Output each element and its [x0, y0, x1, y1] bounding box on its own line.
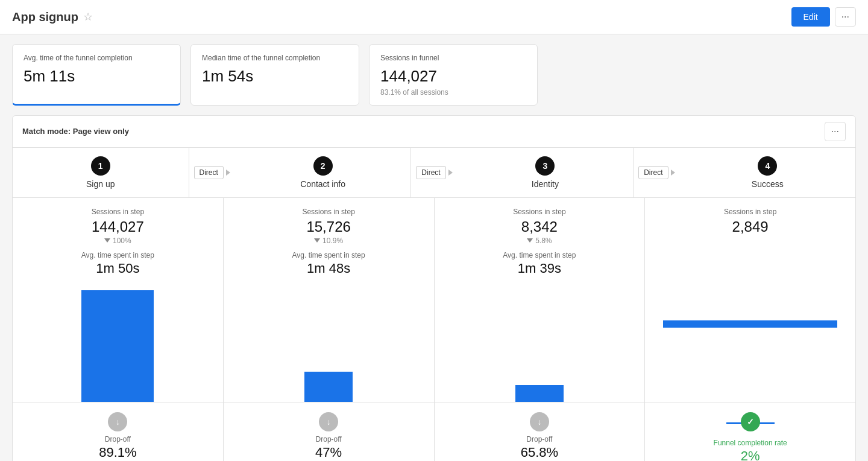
pct-value-1: 100%	[113, 237, 131, 245]
more-options-button[interactable]: ···	[835, 7, 856, 27]
sessions-label-3: Sessions in step	[441, 208, 639, 216]
sessions-label-2: Sessions in step	[230, 208, 428, 216]
sessions-sub: 83.1% of all sessions	[380, 88, 526, 97]
connector-3-label: Direct	[638, 166, 668, 179]
dropoff-value-1: 89.1%	[19, 445, 217, 460]
pct-1: 100%	[19, 237, 217, 245]
completion-label: Funnel completion rate	[651, 439, 849, 447]
page-title: App signup	[12, 10, 78, 24]
completion-check-icon: ✓	[741, 412, 760, 431]
bar-area-1	[13, 281, 223, 402]
pct-2: 10.9%	[230, 237, 428, 245]
checkmark-icon: ✓	[747, 417, 754, 427]
avg-time-label: Avg. time of the funnel completion	[24, 53, 169, 63]
funnel-data-row: Sessions in step 144,027 100% Avg. time …	[13, 198, 855, 402]
funnel-more-button[interactable]: ···	[825, 122, 846, 141]
dropoff-label-3: Drop-off	[441, 435, 639, 444]
down-arrow-icon-3: ↓	[537, 417, 541, 427]
favorite-icon[interactable]: ☆	[83, 10, 93, 24]
time-value-2: 1m 48s	[230, 261, 428, 276]
connector-3-area: Direct	[634, 148, 679, 197]
connector-3-arrow	[671, 170, 675, 176]
connector-2: Direct	[416, 166, 452, 179]
sessions-value-1: 144,027	[19, 218, 217, 235]
bar-area-4	[645, 240, 855, 402]
dropoff-col-4: ✓ Funnel completion rate 2% 2,849	[645, 402, 855, 461]
step-stats-3: Sessions in step 8,342 5.8% Avg. time sp…	[435, 198, 645, 281]
header-right: Edit ···	[791, 7, 856, 27]
connector-2-label: Direct	[416, 166, 445, 179]
step-badge-2: 2	[313, 156, 333, 176]
dropoff-col-1: ↓ Drop-off 89.1% 128,301	[13, 402, 224, 461]
dropoff-icon-3: ↓	[530, 412, 549, 431]
median-time-card: Median time of the funnel completion 1m …	[190, 44, 359, 106]
bar-1	[81, 290, 154, 402]
pct-value-2: 10.9%	[322, 237, 343, 245]
median-time-value: 1m 54s	[202, 67, 348, 86]
step-col-3: Sessions in step 8,342 5.8% Avg. time sp…	[435, 198, 646, 402]
time-value-1: 1m 50s	[19, 261, 217, 276]
connector-1-arrow	[226, 170, 230, 176]
connector-3: Direct	[638, 166, 675, 179]
sessions-card: Sessions in funnel 144,027 83.1% of all …	[369, 44, 538, 106]
step-header-2: 2 Contact info	[235, 148, 412, 197]
bar-area-3	[435, 281, 645, 402]
median-time-label: Median time of the funnel completion	[202, 53, 348, 63]
step-col-1: Sessions in step 144,027 100% Avg. time …	[13, 198, 224, 402]
funnel-header: Match mode: Page view only ···	[13, 116, 855, 148]
step-badge-4: 4	[758, 156, 777, 176]
step-badge-1: 1	[91, 156, 110, 176]
pct-3: 5.8%	[441, 237, 639, 245]
step-name-4: Success	[752, 179, 784, 189]
avg-time-card: Avg. time of the funnel completion 5m 11…	[12, 44, 181, 106]
page-header: App signup ☆ Edit ···	[0, 0, 868, 34]
step-col-2: Sessions in step 15,726 10.9% Avg. time …	[224, 198, 435, 402]
sessions-label-4: Sessions in step	[651, 208, 849, 216]
step-header-1: 1 Sign up	[13, 148, 189, 197]
bar-2	[304, 372, 353, 402]
step-stats-1: Sessions in step 144,027 100% Avg. time …	[13, 198, 223, 281]
down-arrow-icon-2: ↓	[327, 417, 331, 427]
sessions-value-2: 15,726	[230, 218, 428, 235]
pct-value-3: 5.8%	[535, 237, 552, 245]
triangle-icon-1	[104, 238, 110, 243]
step-name-3: Identity	[532, 179, 559, 189]
step-badge-3: 3	[535, 156, 555, 176]
sessions-value-3: 8,342	[441, 218, 639, 235]
sessions-value: 144,027	[380, 67, 526, 86]
edit-button[interactable]: Edit	[791, 7, 830, 27]
step-stats-4: Sessions in step 2,849	[645, 198, 855, 240]
completion-value: 2%	[651, 448, 849, 461]
step-header-3: 3 Identity	[458, 148, 634, 197]
completion-icon-area: ✓	[651, 412, 849, 435]
step-header-4: 4 Success	[680, 148, 856, 197]
match-mode-prefix: Match mode:	[22, 127, 73, 136]
sessions-label-1: Sessions in step	[19, 208, 217, 216]
time-label-2: Avg. time spent in step	[230, 251, 428, 259]
bar-area-2	[224, 281, 434, 402]
step-name-2: Contact info	[300, 179, 345, 189]
bar-4	[663, 320, 837, 328]
match-mode-value: Page view only	[73, 127, 129, 136]
dropoff-icon-1: ↓	[108, 412, 127, 431]
connector-1-area: Direct	[189, 148, 235, 197]
sessions-label: Sessions in funnel	[380, 53, 526, 63]
funnel-steps-row: 1 Sign up Direct 2 Contact info Direct 3…	[13, 148, 855, 198]
connector-1-label: Direct	[194, 166, 224, 179]
dropoff-col-2: ↓ Drop-off 47% 7,384	[224, 402, 435, 461]
connector-2-area: Direct	[411, 148, 457, 197]
sessions-value-4: 2,849	[651, 218, 849, 235]
match-mode: Match mode: Page view only	[22, 127, 129, 136]
triangle-icon-2	[314, 238, 320, 243]
triangle-icon-3	[527, 238, 533, 243]
funnel-container: Match mode: Page view only ··· 1 Sign up…	[12, 115, 856, 461]
time-label-3: Avg. time spent in step	[441, 251, 639, 259]
step-name-1: Sign up	[86, 179, 115, 189]
dropoff-label-1: Drop-off	[19, 435, 217, 444]
dropoff-col-3: ↓ Drop-off 65.8% 5,493	[435, 402, 646, 461]
down-arrow-icon-1: ↓	[116, 417, 120, 427]
metrics-row: Avg. time of the funnel completion 5m 11…	[0, 34, 868, 115]
time-label-1: Avg. time spent in step	[19, 251, 217, 259]
step-col-4: Sessions in step 2,849	[645, 198, 855, 402]
header-left: App signup ☆	[12, 10, 93, 24]
